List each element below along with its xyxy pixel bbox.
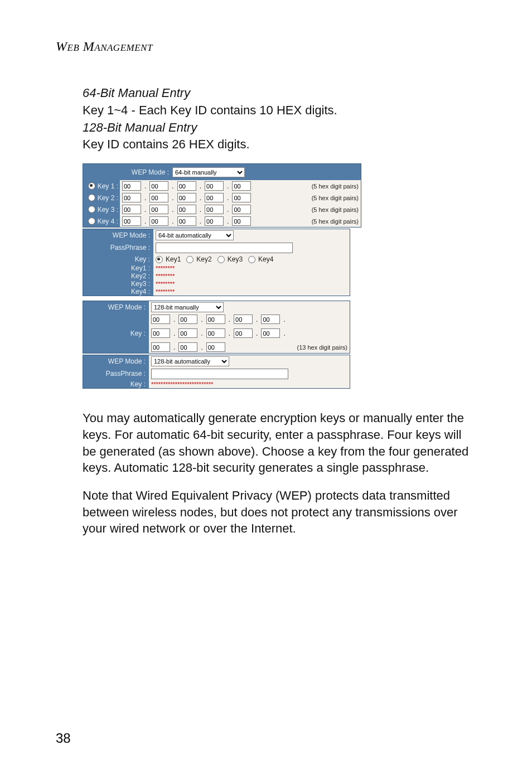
- auto-radio-key4[interactable]: [248, 256, 255, 263]
- wep-mode-label: WEP Mode :: [83, 229, 153, 241]
- passphrase-label: PassPhrase :: [83, 241, 153, 254]
- wep-mode-select-128a[interactable]: 128-bit automatically: [151, 356, 229, 366]
- key4-hex2[interactable]: [177, 216, 196, 226]
- auto-key1-label: Key1: [166, 255, 181, 263]
- key3-hex1[interactable]: [149, 205, 168, 214]
- k128-hex7[interactable]: [206, 328, 225, 338]
- key1-hex4[interactable]: [232, 181, 251, 191]
- key4-hex4[interactable]: [232, 216, 251, 226]
- k128-hex5[interactable]: [151, 328, 170, 338]
- page-number: 38: [56, 731, 71, 746]
- key2-hex1[interactable]: [149, 193, 168, 202]
- wep-mode-label: WEP Mode :: [83, 355, 149, 367]
- desc-64bit: Key 1~4 - Each Key ID contains 10 HEX di…: [83, 103, 337, 117]
- k128-hex9[interactable]: [261, 328, 280, 338]
- panel-64-manual: WEP Mode : 64-bit manually Key 1 : . . .…: [83, 163, 361, 228]
- key1-hex0[interactable]: [122, 181, 141, 191]
- k128-hex0[interactable]: [151, 315, 170, 324]
- k128-hex3[interactable]: [234, 315, 253, 324]
- key2-hex3[interactable]: [205, 193, 224, 202]
- key2-hex2[interactable]: [177, 193, 196, 202]
- hint-5pairs: (5 hex digit pairs): [312, 218, 359, 225]
- auto-radio-key1[interactable]: [156, 256, 163, 263]
- panel-128-auto: WEP Mode : 128-bit automatically PassPhr…: [83, 355, 350, 389]
- key2-row: . . . . (5 hex digit pairs): [120, 192, 361, 204]
- wep-mode-select-64m[interactable]: 64-bit manually: [172, 167, 245, 177]
- k128-hex8[interactable]: [234, 328, 253, 338]
- heading-128bit: 128-Bit Manual Entry: [83, 120, 197, 134]
- gen-key-128-value: **************************: [149, 380, 350, 388]
- radio-key3[interactable]: [88, 206, 95, 213]
- key1-hex1[interactable]: [149, 181, 168, 191]
- auto-key3-label: Key3: [228, 255, 243, 263]
- key1-hex3[interactable]: [205, 181, 224, 191]
- gen-key1-label: Key1 :: [83, 264, 153, 272]
- key4-hex1[interactable]: [149, 216, 168, 226]
- gen-key3-label: Key3 :: [83, 280, 153, 288]
- key3-hex0[interactable]: [122, 205, 141, 214]
- hint-13pairs: (13 hex digit pairs): [297, 344, 348, 351]
- radio-key4[interactable]: [88, 217, 95, 225]
- wep-mode-select-64a[interactable]: 64-bit automatically: [156, 230, 234, 240]
- key3-hex2[interactable]: [177, 205, 196, 214]
- auto-radio-key3[interactable]: [217, 256, 225, 263]
- intro-block: 64-Bit Manual Entry Key 1~4 - Each Key I…: [83, 85, 476, 153]
- key2-label: Key 2 :: [98, 194, 118, 202]
- key1-hex2[interactable]: [177, 181, 196, 191]
- k128-hex2[interactable]: [206, 315, 225, 324]
- key3-hex4[interactable]: [232, 205, 251, 214]
- gen-key1-value: ********: [153, 264, 350, 272]
- heading-64bit: 64-Bit Manual Entry: [83, 86, 190, 100]
- gen-key-label: Key :: [83, 380, 149, 388]
- key1-label: Key 1 :: [98, 182, 118, 190]
- panel-64-auto: WEP Mode : 64-bit automatically PassPhra…: [83, 229, 350, 296]
- paragraph-1: You may automatically generate encryptio…: [83, 410, 476, 476]
- gen-key2-label: Key2 :: [83, 272, 153, 280]
- key2-hex0[interactable]: [122, 193, 141, 202]
- hint-5pairs: (5 hex digit pairs): [312, 195, 359, 201]
- key-select-label: Key :: [83, 254, 153, 264]
- key3-row: . . . . (5 hex digit pairs): [120, 204, 361, 215]
- wep-mode-label: WEP Mode :: [83, 301, 149, 313]
- k128-hex12[interactable]: [206, 342, 225, 352]
- key4-label: Key 4 :: [98, 217, 118, 225]
- radio-key1[interactable]: [88, 182, 95, 190]
- k128-hex6[interactable]: [178, 328, 197, 338]
- k128-hex4[interactable]: [261, 315, 280, 324]
- gen-key4-value: ********: [153, 288, 350, 296]
- passphrase-64-input[interactable]: [156, 243, 293, 253]
- wep-config-screenshot: WEP Mode : 64-bit manually Key 1 : . . .…: [83, 163, 361, 389]
- auto-key2-label: Key2: [196, 255, 211, 263]
- key2-hex4[interactable]: [232, 193, 251, 202]
- key4-row: . . . . (5 hex digit pairs): [120, 215, 361, 227]
- passphrase-label: PassPhrase :: [83, 367, 149, 380]
- wep-mode-select-128m[interactable]: 128-bit manually: [151, 302, 224, 312]
- auto-radio-key2[interactable]: [186, 256, 194, 263]
- key4-hex0[interactable]: [122, 216, 141, 226]
- desc-128bit: Key ID contains 26 HEX digits.: [83, 137, 250, 151]
- key1-row: . . . . (5 hex digit pairs): [120, 180, 361, 192]
- gen-key3-value: ********: [153, 280, 350, 288]
- key4-hex3[interactable]: [205, 216, 224, 226]
- key3-hex3[interactable]: [205, 205, 224, 214]
- paragraph-2: Note that Wired Equivalent Privacy (WEP)…: [83, 487, 476, 537]
- radio-key2[interactable]: [88, 194, 95, 201]
- page-header: Web Management: [56, 39, 476, 54]
- passphrase-128-input[interactable]: [151, 369, 288, 379]
- auto-key4-label: Key4: [258, 255, 273, 263]
- panel-128-manual: WEP Mode : 128-bit manually Key : . . . …: [83, 301, 350, 354]
- k128-hex10[interactable]: [151, 342, 170, 352]
- hint-5pairs: (5 hex digit pairs): [312, 206, 359, 213]
- k128-hex11[interactable]: [178, 342, 197, 352]
- key-label: Key :: [83, 313, 149, 353]
- hint-5pairs: (5 hex digit pairs): [312, 183, 359, 190]
- key3-label: Key 3 :: [98, 206, 118, 214]
- wep-mode-label: WEP Mode :: [85, 168, 172, 176]
- gen-key4-label: Key4 :: [83, 288, 153, 296]
- k128-hex1[interactable]: [178, 315, 197, 324]
- gen-key2-value: ********: [153, 272, 350, 280]
